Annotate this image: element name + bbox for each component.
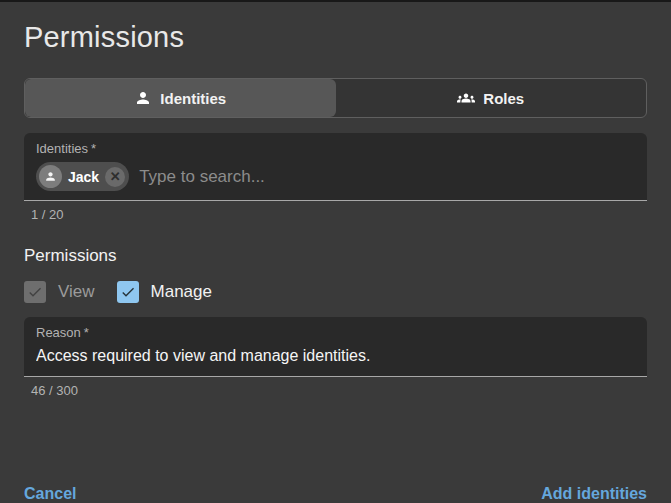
view-checkbox-item[interactable]: View	[24, 281, 95, 303]
identities-field-label-text: Identities	[36, 141, 88, 156]
identities-counter: 1 / 20	[31, 207, 647, 222]
identities-field-label: Identities*	[36, 141, 635, 157]
chip-name: Jack	[68, 169, 99, 185]
page-title: Permissions	[24, 18, 647, 56]
identities-field[interactable]: Identities* Jack ✕	[24, 133, 647, 201]
required-marker: *	[84, 325, 89, 340]
reason-field-label-text: Reason	[36, 325, 81, 340]
view-checkbox-label: View	[58, 282, 95, 302]
avatar	[39, 165, 62, 188]
close-icon[interactable]: ✕	[105, 167, 125, 187]
tab-bar: Identities Roles	[24, 78, 647, 118]
person-icon	[44, 170, 57, 183]
reason-counter: 46 / 300	[31, 383, 647, 398]
required-marker: *	[91, 141, 96, 156]
identities-search-input[interactable]	[139, 167, 635, 187]
manage-checkbox-item[interactable]: Manage	[117, 281, 212, 303]
check-icon	[27, 284, 43, 300]
reason-field[interactable]: Reason*	[24, 317, 647, 377]
permissions-section-heading: Permissions	[24, 246, 647, 266]
cancel-button[interactable]: Cancel	[24, 485, 76, 503]
tab-roles[interactable]: Roles	[336, 79, 647, 117]
identity-chip: Jack ✕	[36, 162, 129, 191]
view-checkbox[interactable]	[24, 281, 46, 303]
manage-checkbox[interactable]	[117, 281, 139, 303]
tab-identities-label: Identities	[160, 90, 226, 107]
reason-field-label: Reason*	[36, 325, 635, 341]
group-icon	[457, 89, 475, 107]
reason-input[interactable]	[36, 346, 635, 367]
add-identities-button[interactable]: Add identities	[541, 485, 647, 503]
manage-checkbox-label: Manage	[151, 282, 212, 302]
tab-roles-label: Roles	[483, 90, 524, 107]
check-icon	[120, 284, 136, 300]
person-icon	[134, 89, 152, 107]
permissions-checkbox-row: View Manage	[24, 281, 647, 303]
identities-chip-row: Jack ✕	[36, 162, 635, 191]
tab-identities[interactable]: Identities	[25, 79, 336, 117]
dialog-footer: Cancel Add identities	[24, 485, 647, 503]
permissions-dialog: Permissions Identities Roles Identities*	[0, 18, 671, 503]
